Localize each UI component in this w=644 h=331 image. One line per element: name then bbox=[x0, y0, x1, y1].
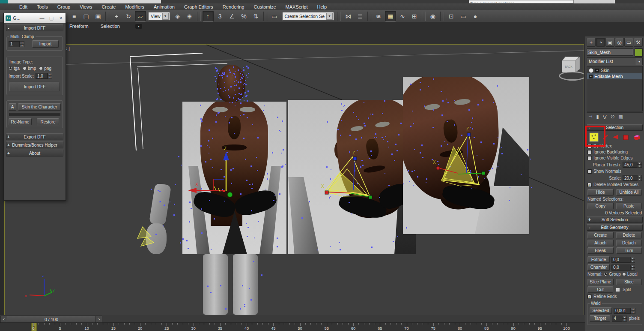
weld-selected-spinner[interactable]: 0,001▴▾ bbox=[614, 308, 635, 314]
menu-animation[interactable]: Animation bbox=[149, 3, 179, 10]
chevron-down-icon[interactable]: ▾ bbox=[162, 13, 169, 20]
menu-graph-editors[interactable]: Graph Editors bbox=[179, 3, 218, 10]
spinner-value[interactable]: 20,0 bbox=[623, 175, 637, 181]
planar-thresh-spinner[interactable]: 45,0▴▾ bbox=[623, 162, 642, 168]
spinner-value[interactable]: 0,0 bbox=[611, 257, 630, 263]
angle-snap-icon[interactable]: ∠ bbox=[227, 11, 238, 22]
weld-target-button[interactable]: Target bbox=[590, 315, 610, 322]
checkbox-split[interactable] bbox=[616, 288, 620, 292]
menu-customize[interactable]: Customize bbox=[249, 3, 281, 10]
expand-icon[interactable]: + bbox=[6, 151, 11, 156]
curve-editor-icon[interactable]: ∿ bbox=[397, 11, 408, 22]
a-button[interactable]: A bbox=[9, 103, 16, 111]
radio-normal-local[interactable] bbox=[622, 272, 626, 276]
edit-named-selection-sets-icon[interactable]: ▭ bbox=[269, 11, 280, 22]
checkbox-ignore-visible-edges[interactable] bbox=[587, 156, 592, 160]
spin-down-icon[interactable]: ▾ bbox=[622, 319, 627, 322]
stack-row-skin[interactable]: + Skin bbox=[587, 67, 642, 73]
restore-button[interactable]: Restore bbox=[37, 118, 59, 125]
spin-up-icon[interactable]: ▴ bbox=[637, 175, 642, 178]
delete-button[interactable]: Delete bbox=[616, 232, 642, 238]
graphite-ribbon-toggle-icon[interactable]: ▦ bbox=[385, 11, 396, 22]
spin-up-icon[interactable]: ▴ bbox=[48, 73, 52, 76]
slice-plane-button[interactable]: Slice Plane bbox=[587, 279, 614, 285]
menu-help[interactable]: Help bbox=[313, 3, 332, 10]
viewcube[interactable]: BACK bbox=[556, 54, 584, 81]
chamfer-button[interactable]: Chamfer bbox=[587, 264, 610, 271]
model-left-arm[interactable] bbox=[143, 184, 175, 259]
ribbon-collapse-button[interactable]: ▾ bbox=[135, 24, 142, 29]
spin-down-icon[interactable]: ▾ bbox=[637, 178, 642, 181]
select-and-manipulate-icon[interactable]: ⊕ bbox=[184, 11, 195, 22]
align-icon[interactable]: ≣ bbox=[355, 11, 366, 22]
previous-frame-button[interactable]: < bbox=[0, 316, 7, 323]
panel-tab-motion-icon[interactable]: ◎ bbox=[615, 38, 624, 47]
make-unique-icon[interactable]: ⋁ bbox=[603, 114, 607, 120]
break-button[interactable]: Break bbox=[587, 247, 614, 254]
weld-target-spinner[interactable]: 4▴▾ bbox=[612, 316, 627, 322]
spinner-value[interactable]: 4 bbox=[612, 316, 622, 322]
rollout-edit-geometry[interactable]: - Edit Geometry bbox=[587, 224, 643, 231]
use-pivot-point-center-icon[interactable]: ◈ bbox=[172, 11, 183, 22]
menu-views[interactable]: Views bbox=[75, 3, 97, 10]
panel-tab-create-icon[interactable]: + bbox=[587, 38, 596, 47]
rollout-about[interactable]: + About bbox=[6, 150, 63, 156]
rendered-frame-window-icon[interactable]: ▭ bbox=[458, 11, 469, 22]
object-name-field[interactable]: Skin_Mesh bbox=[587, 48, 633, 56]
spin-up-icon[interactable]: ▴ bbox=[20, 41, 24, 44]
radio-normal-group[interactable] bbox=[604, 272, 608, 276]
element-mode-icon[interactable] bbox=[633, 134, 641, 141]
menu-create[interactable]: Create bbox=[97, 3, 120, 10]
spinner-value[interactable]: 0,0 bbox=[611, 265, 630, 271]
import-scale-spinner[interactable]: 1,0 ▴▾ bbox=[36, 73, 52, 79]
checkbox-delete-isolated-vertices[interactable] bbox=[587, 183, 592, 187]
rollout-import-dff[interactable]: - Import DFF bbox=[6, 24, 63, 31]
turn-button[interactable]: Turn bbox=[616, 247, 642, 254]
panel-tab-hierarchy-icon[interactable]: ▣ bbox=[605, 38, 614, 47]
checkbox-show-normals[interactable] bbox=[587, 169, 592, 174]
menu-rendering[interactable]: Rendering bbox=[218, 3, 249, 10]
skin-photo-plane-front[interactable] bbox=[182, 102, 286, 254]
keyboard-shortcut-override-icon[interactable]: ↑ bbox=[203, 11, 214, 22]
menu-group[interactable]: Group bbox=[53, 3, 75, 10]
rollout-export-dff[interactable]: + Export DFF bbox=[6, 133, 63, 140]
spin-up-icon[interactable]: ▴ bbox=[630, 257, 635, 260]
menu-maxscript[interactable]: MAXScript bbox=[281, 3, 313, 10]
pin-stack-icon[interactable]: ⊣ bbox=[588, 114, 593, 120]
viewcube-ring[interactable] bbox=[559, 71, 584, 81]
configure-modifier-sets-icon[interactable]: ▦ bbox=[618, 114, 623, 120]
spin-down-icon[interactable]: ▾ bbox=[637, 165, 642, 168]
select-and-scale-icon[interactable]: ▱ bbox=[135, 11, 146, 22]
spinner-value[interactable]: 0,001 bbox=[614, 308, 631, 314]
spin-up-icon[interactable]: ▴ bbox=[631, 308, 635, 311]
help-search-field[interactable] bbox=[469, 0, 574, 3]
face-mode-icon[interactable] bbox=[612, 134, 619, 141]
spin-up-icon[interactable]: ▴ bbox=[630, 265, 635, 268]
spin-down-icon[interactable]: ▾ bbox=[20, 44, 24, 47]
polygon-mode-icon[interactable] bbox=[623, 134, 629, 141]
menu-tools[interactable]: Tools bbox=[32, 3, 53, 10]
percent-snap-icon[interactable]: % bbox=[239, 11, 250, 22]
import-dff-button[interactable]: Import DFF bbox=[9, 82, 60, 91]
dialog-titlebar[interactable]: G G... — ▢ × bbox=[4, 13, 66, 23]
app-logo-icon[interactable] bbox=[0, 0, 8, 3]
clump-count-spinner[interactable]: 1 ▴▾ bbox=[9, 41, 24, 47]
material-editor-icon[interactable]: ◉ bbox=[427, 11, 438, 22]
spin-down-icon[interactable]: ▾ bbox=[48, 76, 52, 79]
rename-button[interactable]: Re-Name bbox=[9, 118, 32, 125]
import-button[interactable]: Import bbox=[32, 40, 59, 48]
collapse-icon[interactable]: - bbox=[587, 225, 592, 230]
model-legs[interactable] bbox=[200, 254, 264, 315]
import-dff-dialog[interactable]: G G... — ▢ × - Import DFF Multi. Clump 1… bbox=[3, 13, 66, 201]
expand-icon[interactable]: + bbox=[587, 217, 592, 222]
spin-up-icon[interactable]: ▴ bbox=[637, 162, 642, 165]
chevron-down-icon[interactable]: ▾ bbox=[636, 58, 642, 65]
spin-up-icon[interactable]: ▴ bbox=[622, 316, 627, 319]
select-by-name-icon[interactable]: ≡ bbox=[69, 11, 80, 22]
schematic-view-icon[interactable]: ⊞ bbox=[409, 11, 420, 22]
menu-modifiers[interactable]: Modifiers bbox=[120, 3, 149, 10]
bulb-icon[interactable] bbox=[589, 68, 593, 73]
viewcube-side-face[interactable] bbox=[575, 57, 580, 72]
manage-layers-icon[interactable]: ≋ bbox=[373, 11, 384, 22]
normals-scale-spinner[interactable]: 20,0▴▾ bbox=[623, 175, 642, 181]
